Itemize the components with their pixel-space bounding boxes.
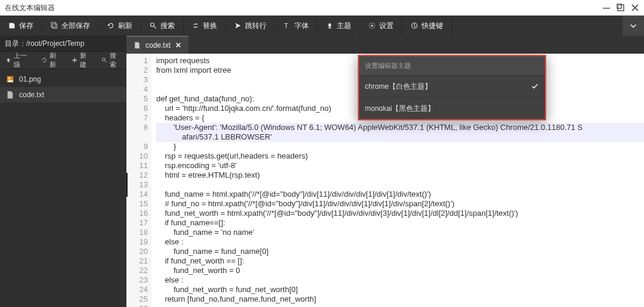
collapse-sidebar-handle[interactable]: ‹	[126, 173, 128, 197]
editor-tabs: code.txt ✕	[126, 36, 644, 54]
theme-icon	[326, 22, 333, 29]
sidebar-new-button[interactable]: 新建	[66, 51, 97, 69]
svg-point-5	[151, 23, 154, 27]
window-title: 在线文本编辑器	[5, 3, 55, 13]
theme-popup: 设置编辑器主题 chrome【白色主题】 monokai【黑色主题】	[358, 55, 546, 120]
replace-icon	[192, 22, 199, 29]
replace-button[interactable]: 替换	[184, 15, 226, 36]
chevron-down-icon	[629, 21, 637, 30]
up-icon	[5, 57, 11, 64]
file-list: 01.png code.txt	[0, 69, 126, 307]
editor: code.txt ✕ ‹ 123456789101112131415161718…	[126, 36, 644, 307]
sidebar: 目录：/root/Project/Temp 上一级 刷新 新建 搜索	[0, 36, 126, 307]
file-name: code.txt	[19, 91, 44, 99]
tab-close-icon[interactable]: ✕	[175, 41, 181, 49]
close-icon[interactable]	[631, 4, 639, 12]
tab-label: code.txt	[145, 41, 171, 49]
editor-tab[interactable]: code.txt ✕	[126, 36, 188, 54]
check-icon	[531, 82, 539, 91]
svg-rect-2	[617, 4, 621, 8]
sidebar-up-button[interactable]: 上一级	[0, 51, 36, 69]
image-file-icon	[6, 75, 14, 83]
theme-button[interactable]: 主题	[318, 15, 360, 36]
svg-rect-0	[603, 8, 610, 9]
goto-icon	[234, 22, 242, 29]
minimize-icon[interactable]	[602, 4, 611, 12]
svg-rect-3	[51, 23, 56, 27]
gear-icon	[369, 22, 376, 29]
toolbar-more-button[interactable]	[623, 15, 644, 36]
theme-option-monokai[interactable]: monokai【黑色主题】	[359, 97, 545, 119]
line-gutter: 1234567891011121314151617181920212223242…	[126, 54, 151, 307]
refresh-icon	[107, 22, 114, 29]
code-area[interactable]: ‹ 12345678910111213141516171819202122232…	[126, 54, 644, 307]
font-icon: T	[284, 22, 291, 29]
svg-point-7	[371, 25, 373, 27]
text-file-icon	[6, 91, 14, 99]
save-button[interactable]: 保存	[0, 15, 42, 36]
save-icon	[8, 22, 16, 29]
search-icon	[150, 22, 157, 29]
file-item[interactable]: code.txt	[0, 87, 126, 103]
shortcuts-icon	[411, 22, 418, 29]
search-icon	[101, 57, 107, 64]
svg-rect-4	[52, 24, 57, 29]
refresh-icon	[41, 57, 47, 64]
shortcuts-button[interactable]: 快捷键	[402, 15, 452, 36]
save-all-icon	[51, 22, 58, 29]
svg-point-11	[8, 77, 10, 79]
goto-line-button[interactable]: 跳转行	[226, 15, 275, 36]
svg-point-9	[103, 58, 106, 61]
file-name: 01.png	[19, 75, 41, 83]
settings-button[interactable]: 设置	[360, 15, 402, 36]
text-file-icon	[134, 42, 141, 49]
main-toolbar: 保存 全部保存 刷新 搜索 替换 跳转行 T 字体 主题 设置 快捷键	[0, 15, 644, 36]
save-all-button[interactable]: 全部保存	[42, 15, 99, 36]
font-button[interactable]: T 字体	[275, 15, 318, 36]
refresh-button[interactable]: 刷新	[99, 15, 141, 36]
popup-title: 设置编辑器主题	[359, 56, 545, 75]
svg-text:T: T	[284, 22, 289, 29]
sidebar-toolbar: 上一级 刷新 新建 搜索	[0, 51, 126, 69]
file-item[interactable]: 01.png	[0, 72, 126, 87]
titlebar: 在线文本编辑器	[0, 0, 644, 15]
theme-option-label: monokai【黑色主题】	[365, 104, 435, 113]
theme-option-chrome[interactable]: chrome【白色主题】	[359, 75, 545, 97]
sidebar-refresh-button[interactable]: 刷新	[36, 51, 66, 69]
plus-icon	[72, 57, 78, 64]
search-button[interactable]: 搜索	[141, 15, 184, 36]
svg-rect-1	[618, 5, 624, 11]
theme-option-label: chrome【白色主题】	[365, 82, 432, 91]
breadcrumb: 目录：/root/Project/Temp	[0, 36, 126, 51]
sidebar-search-button[interactable]: 搜索	[96, 51, 126, 69]
maximize-icon[interactable]	[617, 4, 625, 12]
